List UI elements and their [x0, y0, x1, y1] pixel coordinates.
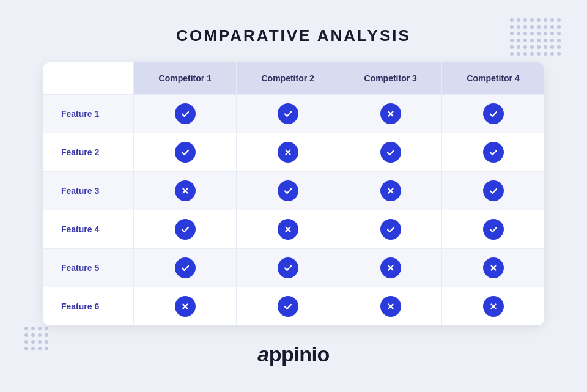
x-icon	[278, 219, 298, 240]
x-icon	[380, 103, 401, 124]
svg-point-15	[45, 347, 48, 350]
svg-point-0	[24, 327, 28, 330]
check-icon	[278, 180, 298, 201]
svg-point-59	[530, 52, 534, 56]
svg-point-54	[550, 45, 554, 49]
svg-point-53	[544, 45, 547, 49]
svg-point-28	[537, 25, 541, 29]
svg-point-36	[537, 32, 541, 35]
cell-r2-c1	[134, 133, 237, 171]
feature-label-3: Feature 3	[43, 171, 134, 210]
svg-point-14	[38, 347, 42, 350]
cell-r4-c3	[339, 210, 442, 248]
svg-point-63	[557, 52, 561, 56]
svg-point-17	[517, 18, 520, 22]
svg-point-2	[38, 327, 42, 330]
svg-point-16	[510, 18, 514, 22]
logo-a-icon: a	[257, 342, 268, 366]
svg-point-51	[530, 45, 534, 49]
svg-point-39	[557, 32, 561, 35]
svg-point-13	[31, 347, 35, 350]
cell-r3-c4	[442, 171, 544, 210]
svg-point-35	[530, 32, 534, 35]
x-icon	[380, 257, 401, 278]
cell-r5-c1	[134, 248, 237, 287]
feature-label-6: Feature 6	[43, 287, 134, 325]
svg-point-50	[523, 45, 527, 49]
feature-label-1: Feature 1	[43, 94, 134, 133]
svg-point-48	[510, 45, 514, 49]
cell-r3-c3	[339, 171, 442, 210]
cell-r5-c2	[237, 248, 339, 287]
svg-point-5	[31, 333, 35, 337]
x-icon	[483, 296, 504, 317]
feature-label-4: Feature 4	[43, 210, 134, 248]
comparison-table: Competitor 1 Competitor 2 Competitor 3 C…	[43, 62, 544, 325]
svg-point-52	[537, 45, 541, 49]
feature-label-5: Feature 5	[43, 248, 134, 287]
check-icon	[483, 180, 504, 201]
svg-point-62	[550, 52, 554, 56]
table-row: Feature 6	[43, 287, 544, 325]
x-icon	[278, 142, 298, 163]
cell-r3-c2	[237, 171, 339, 210]
svg-point-26	[523, 25, 527, 29]
svg-point-55	[557, 45, 561, 49]
dot-pattern-top-right-svg	[509, 17, 570, 62]
svg-point-11	[45, 340, 48, 344]
svg-point-32	[510, 32, 514, 35]
svg-point-18	[523, 18, 527, 22]
svg-point-25	[517, 25, 520, 29]
svg-point-56	[510, 52, 514, 56]
check-icon	[278, 103, 298, 124]
svg-point-29	[544, 25, 547, 29]
svg-point-20	[537, 18, 541, 22]
svg-point-21	[544, 18, 547, 22]
svg-point-49	[517, 45, 520, 49]
svg-point-37	[544, 32, 547, 35]
svg-point-19	[530, 18, 534, 22]
header-empty	[43, 62, 134, 95]
table-row: Feature 2	[43, 133, 544, 171]
cell-r1-c1	[134, 94, 237, 133]
logo-section: appinio	[257, 342, 329, 366]
svg-point-41	[517, 39, 520, 42]
cell-r2-c2	[237, 133, 339, 171]
svg-point-24	[510, 25, 514, 29]
cell-r5-c3	[339, 248, 442, 287]
x-icon	[175, 180, 196, 201]
cell-r4-c2	[237, 210, 339, 248]
check-icon	[483, 142, 504, 163]
svg-point-58	[523, 52, 527, 56]
svg-point-38	[550, 32, 554, 35]
header-competitor-2: Competitor 2	[237, 62, 339, 95]
svg-point-8	[24, 340, 28, 344]
header-competitor-3: Competitor 3	[339, 62, 442, 95]
header-competitor-1: Competitor 1	[134, 62, 237, 95]
svg-point-9	[31, 340, 35, 344]
table-row: Feature 3	[43, 171, 544, 210]
svg-point-6	[38, 333, 42, 337]
svg-point-22	[550, 18, 554, 22]
cell-r6-c2	[237, 287, 339, 325]
x-icon	[380, 180, 401, 201]
brand-logo: appinio	[257, 342, 329, 366]
table-row: Feature 4	[43, 210, 544, 248]
svg-point-12	[24, 347, 28, 350]
cell-r6-c3	[339, 287, 442, 325]
check-icon	[175, 142, 196, 163]
svg-point-34	[523, 32, 527, 35]
cell-r1-c2	[237, 94, 339, 133]
table-header-row: Competitor 1 Competitor 2 Competitor 3 C…	[43, 62, 544, 95]
svg-point-10	[38, 340, 42, 344]
check-icon	[278, 296, 298, 317]
logo-text: ppinio	[269, 342, 330, 366]
svg-point-42	[523, 39, 527, 42]
svg-point-60	[537, 52, 541, 56]
cell-r6-c1	[134, 287, 237, 325]
svg-point-27	[530, 25, 534, 29]
svg-point-45	[544, 39, 547, 42]
svg-point-4	[24, 333, 28, 337]
svg-point-3	[45, 327, 48, 330]
svg-point-43	[530, 39, 534, 42]
